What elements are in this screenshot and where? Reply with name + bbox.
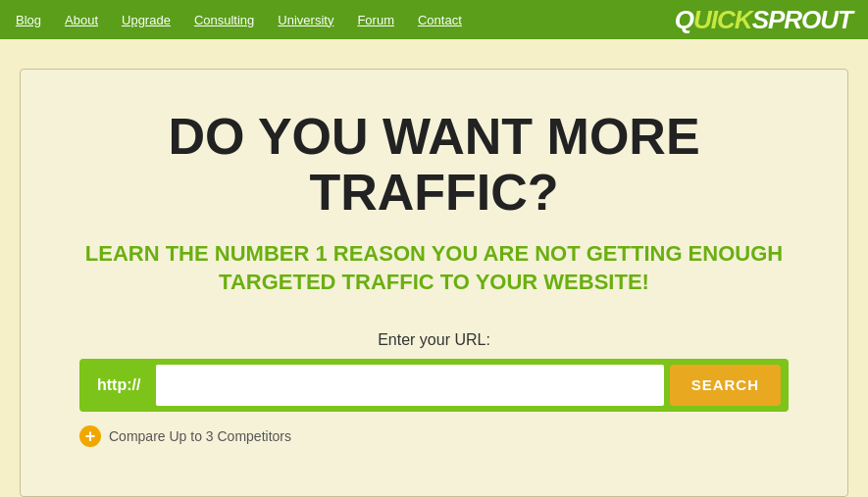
nav-forum[interactable]: Forum	[357, 13, 394, 27]
navbar: Blog About Upgrade Consulting University…	[0, 0, 868, 39]
nav-university[interactable]: University	[278, 13, 333, 27]
main-wrapper: DO YOU WANT MORE TRAFFIC? LEARN THE NUMB…	[0, 39, 868, 497]
sub-heading: LEARN THE NUMBER 1 REASON YOU ARE NOT GE…	[79, 240, 789, 296]
logo-text: QUICKSPROUT	[675, 5, 852, 35]
compare-label: Compare Up to 3 Competitors	[109, 428, 291, 444]
url-prefix: http://	[87, 369, 150, 402]
search-bar: http:// SEARCH	[79, 359, 789, 412]
content-box: DO YOU WANT MORE TRAFFIC? LEARN THE NUMB…	[20, 69, 848, 497]
nav-about[interactable]: About	[65, 13, 98, 27]
site-logo[interactable]: QUICKSPROUT	[675, 5, 852, 35]
url-label: Enter your URL:	[79, 331, 789, 349]
main-heading: DO YOU WANT MORE TRAFFIC?	[79, 109, 789, 221]
nav-upgrade[interactable]: Upgrade	[122, 13, 171, 27]
search-button[interactable]: SEARCH	[670, 365, 781, 406]
nav-contact[interactable]: Contact	[418, 13, 462, 27]
compare-row: + Compare Up to 3 Competitors	[79, 425, 789, 447]
nav-blog[interactable]: Blog	[16, 13, 41, 27]
add-competitor-icon[interactable]: +	[79, 425, 101, 447]
url-input[interactable]	[156, 365, 663, 406]
nav-links: Blog About Upgrade Consulting University…	[16, 13, 462, 27]
nav-consulting[interactable]: Consulting	[194, 13, 254, 27]
